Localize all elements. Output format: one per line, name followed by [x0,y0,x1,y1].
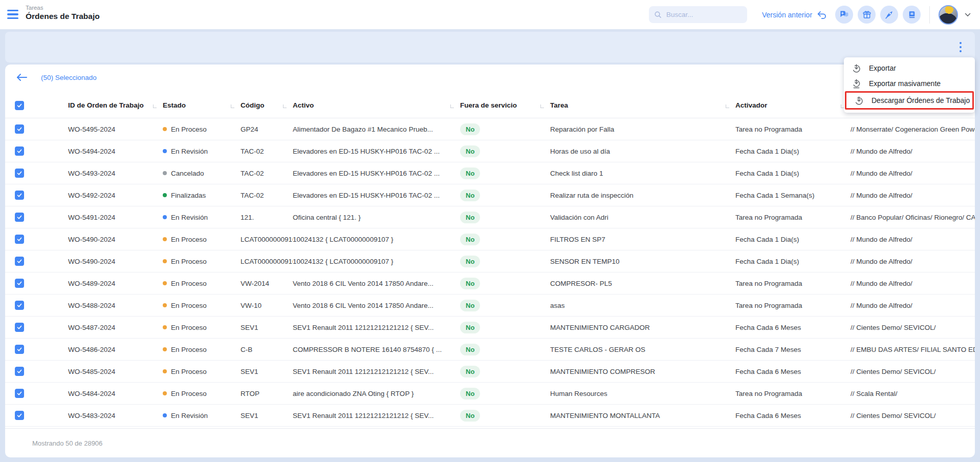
trigger-label: Fecha Cada 6 Meses [735,412,851,419]
location-path: // Cientes Demo/ SEVICOL/ [851,324,975,331]
status-cell: En Proceso [163,125,241,133]
row-checkbox[interactable] [15,345,24,354]
status-dot [163,303,167,307]
previous-version-link[interactable]: Versión anterior [762,0,827,29]
search-input[interactable] [665,10,739,19]
work-order-id: WO-5490-2024 [68,258,163,265]
toolbar-band [5,32,975,62]
work-order-id: WO-5483-2024 [68,412,163,419]
row-checkbox[interactable] [15,191,24,200]
select-all-checkbox[interactable] [15,101,24,110]
row-select-cell [5,213,68,222]
undo-icon [817,10,827,19]
download-icon [852,64,861,73]
status-cell: En Revisión [163,148,241,155]
breadcrumb: Tareas [26,4,100,11]
row-select-cell [5,367,68,376]
row-checkbox[interactable] [15,367,24,376]
search-box[interactable] [649,6,747,23]
out-of-service-cell: No [460,234,550,245]
book-icon[interactable] [903,6,921,24]
chat-sparkle-icon[interactable] [835,6,853,24]
column-header-tarea[interactable]: Tarea [550,101,735,109]
asset-name: aire acondicionado ZNA Oting { RTOP } [293,390,460,397]
status-label: En Proceso [171,280,207,287]
out-of-service-badge: No [460,212,480,223]
asset-name: COMPRESSOR B NOTERE 16140 8754870 { ... [293,346,460,353]
asset-name: SEV1 Renault 2011 12121212121212 { SEV..… [293,324,460,331]
asset-code: TAC-02 [241,192,293,199]
row-checkbox[interactable] [15,323,24,332]
rocket-icon[interactable] [880,6,898,24]
column-resize-handle[interactable] [283,104,287,108]
table-row: WO-5495-2024En ProcesoGP24Alimentador De… [5,118,975,140]
column-resize-handle[interactable] [540,104,544,108]
status-label: En Proceso [171,324,207,331]
out-of-service-cell: No [460,278,550,289]
work-order-id: WO-5489-2024 [68,280,163,287]
menu-item-exportar[interactable]: Exportar [844,60,975,76]
column-header-estado[interactable]: Estado [163,101,241,109]
selected-count-label: (50) Seleccionado [41,74,97,81]
column-resize-handle[interactable] [231,104,234,108]
status-dot [163,391,167,395]
task-name: MANTENIMIENTO MONTALLANTA [550,412,735,419]
asset-code: RTOP [241,390,293,397]
row-checkbox[interactable] [15,169,24,178]
avatar[interactable] [939,5,958,25]
row-select-cell [5,169,68,178]
row-checkbox[interactable] [15,235,24,244]
column-header-id[interactable]: ID de Orden de Trabajo [68,101,163,109]
asset-name: SEV1 Renault 2011 12121212121212 { SEV..… [293,412,460,419]
trigger-label: Fecha Cada 6 Meses [735,324,851,331]
row-checkbox[interactable] [15,213,24,222]
task-name: Realizar ruta de inspección [550,192,735,199]
asset-name: SEV1 Renault 2011 12121212121212 { SEV..… [293,368,460,375]
asset-name: Oficina central { 121. } [293,214,460,221]
row-checkbox[interactable] [15,301,24,310]
gift-icon[interactable] [858,6,876,24]
task-name: COMPRESOR- PL5 [550,280,735,287]
work-order-id: WO-5491-2024 [68,214,163,221]
location-path: // Banco Popular/ Oficinas/ Rionegro/ CA [851,214,975,221]
column-resize-handle[interactable] [153,104,157,108]
back-arrow-icon[interactable] [16,73,28,81]
menu-item-exportar-masivamente[interactable]: Exportar masivamente [844,76,975,91]
column-resize-handle[interactable] [450,104,454,108]
task-name: Reparación por Falla [550,125,735,133]
trigger-label: Fecha Cada 1 Dia(s) [735,258,851,265]
table-header-row: ID de Orden de Trabajo Estado Código Act… [5,93,975,118]
trigger-label: Fecha Cada 1 Semana(s) [735,192,851,199]
asset-name: 10024132 { LCAT00000009107 } [293,258,460,265]
location-path: // Cientes Demo/ SEVICOL/ [851,368,975,375]
task-name: asas [550,302,735,309]
status-label: Finalizadas [171,192,206,199]
status-label: En Revisión [171,412,208,419]
more-options-kebab-icon[interactable] [954,40,967,54]
asset-code: VW-10 [241,302,293,309]
status-cell: En Revisión [163,214,241,221]
column-resize-handle[interactable] [726,104,729,108]
trigger-label: Tarea no Programada [735,302,851,309]
column-header-activo[interactable]: Activo [293,101,460,109]
column-header-activador[interactable]: Activador [735,101,851,109]
work-order-id: WO-5495-2024 [68,125,163,133]
location-path: // Mundo de Alfredo/ [851,170,975,177]
column-header-codigo[interactable]: Código [241,101,293,109]
column-header-fuera-de-servicio[interactable]: Fuera de servicio [460,101,550,109]
menu-item-label: Descargar Órdenes de Trabajo [872,96,970,104]
row-checkbox[interactable] [15,279,24,288]
work-order-id: WO-5490-2024 [68,236,163,243]
menu-item-descargar-ordenes[interactable]: Descargar Órdenes de Trabajo [846,93,972,108]
row-checkbox[interactable] [15,257,24,266]
status-label: En Revisión [171,148,208,155]
chevron-down-icon[interactable] [965,13,971,17]
table-row: WO-5484-2024En ProcesoRTOPaire acondicio… [5,383,975,405]
hamburger-menu-icon[interactable] [7,8,20,20]
row-checkbox[interactable] [15,389,24,398]
status-dot [163,281,167,285]
row-checkbox[interactable] [15,146,24,156]
row-checkbox[interactable] [15,124,24,134]
row-checkbox[interactable] [15,411,24,420]
asset-code: TAC-02 [241,148,293,155]
